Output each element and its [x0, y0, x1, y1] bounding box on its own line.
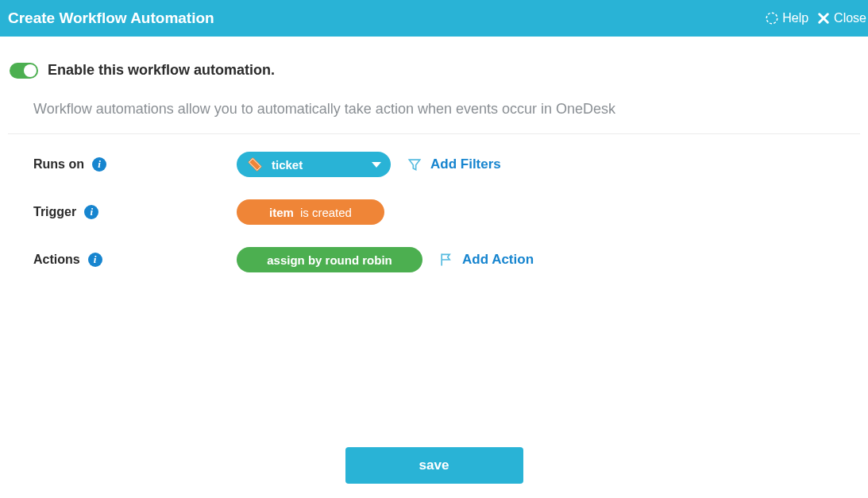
runs-on-value: ticket — [272, 158, 303, 172]
runs-on-row: Runs on i ticket Add Filters — [33, 152, 854, 177]
action-pill[interactable]: assign by round robin — [237, 247, 422, 272]
header-actions: Help Close — [765, 11, 868, 25]
trigger-verb: is created — [300, 206, 352, 219]
svg-point-0 — [766, 13, 777, 24]
trigger-subject: item — [269, 206, 294, 219]
info-icon[interactable]: i — [88, 253, 102, 267]
chevron-down-icon — [372, 162, 381, 168]
add-action-label: Add Action — [462, 252, 534, 268]
trigger-row: Trigger i item is created — [33, 199, 854, 225]
flag-icon — [438, 252, 454, 268]
trigger-pill[interactable]: item is created — [237, 199, 384, 225]
add-filters-button[interactable]: Add Filters — [407, 156, 501, 172]
divider — [8, 133, 860, 134]
save-button[interactable]: save — [345, 447, 523, 484]
add-filters-label: Add Filters — [430, 156, 501, 172]
runs-on-controls: ticket Add Filters — [237, 152, 501, 177]
info-icon[interactable]: i — [84, 205, 98, 219]
actions-label: Actions — [33, 253, 80, 267]
help-label: Help — [782, 11, 808, 25]
help-icon — [765, 11, 779, 25]
enable-label: Enable this workflow automation. — [48, 62, 275, 79]
ticket-icon — [246, 156, 264, 173]
actions-label-wrap: Actions i — [33, 253, 237, 267]
info-icon[interactable]: i — [92, 157, 106, 172]
close-label: Close — [834, 11, 866, 25]
toggle-knob — [24, 64, 37, 77]
config-rows: Runs on i ticket Add Filters — [14, 152, 854, 272]
trigger-label-wrap: Trigger i — [33, 205, 237, 219]
filter-icon — [407, 156, 422, 172]
close-button[interactable]: Close — [816, 11, 866, 25]
action-text: assign by round robin — [267, 253, 392, 267]
actions-row: Actions i assign by round robin Add Acti… — [33, 247, 854, 272]
footer: save — [0, 447, 868, 484]
runs-on-label-wrap: Runs on i — [33, 157, 237, 172]
add-action-button[interactable]: Add Action — [438, 252, 534, 268]
help-button[interactable]: Help — [765, 11, 808, 25]
dialog-content: Enable this workflow automation. Workflo… — [0, 37, 868, 272]
runs-on-select[interactable]: ticket — [237, 152, 391, 177]
dialog-header: Create Workflow Automation Help Close — [0, 0, 868, 37]
close-icon — [816, 11, 831, 25]
dialog-title: Create Workflow Automation — [8, 10, 214, 27]
trigger-label: Trigger — [33, 205, 76, 219]
runs-on-label: Runs on — [33, 157, 84, 172]
description-text: Workflow automations allow you to automa… — [14, 101, 854, 133]
enable-row: Enable this workflow automation. — [10, 62, 854, 79]
enable-toggle[interactable] — [10, 63, 38, 79]
trigger-controls: item is created — [237, 199, 384, 225]
actions-controls: assign by round robin Add Action — [237, 247, 534, 272]
